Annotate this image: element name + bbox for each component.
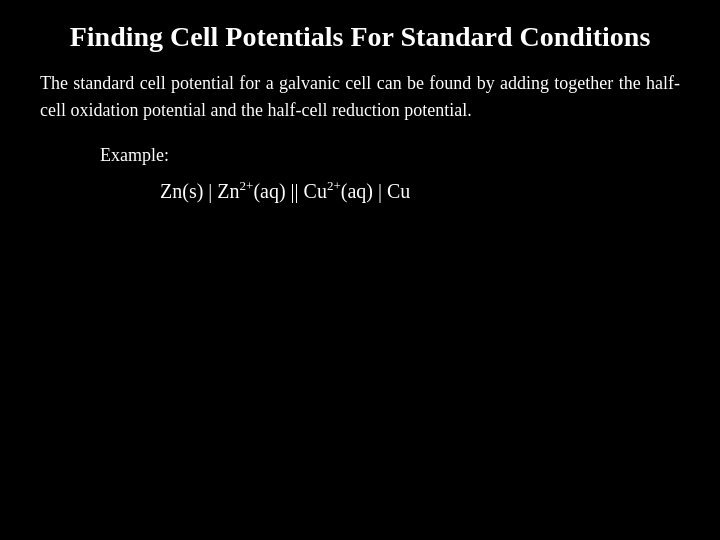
body-paragraph: The standard cell potential for a galvan… [40,70,680,126]
equation-part1: Zn(s) | Zn [160,180,240,202]
equation-part3: (aq) | Cu [341,180,411,202]
equation-sup2: 2+ [327,178,341,193]
equation-part2: (aq) || Cu [253,180,327,202]
example-label: Example: [100,145,680,166]
page-title: Finding Cell Potentials For Standard Con… [40,20,680,54]
equation: Zn(s) | Zn2+(aq) || Cu2+(aq) | Cu [160,178,680,203]
page-container: Finding Cell Potentials For Standard Con… [0,0,720,540]
equation-sup1: 2+ [240,178,254,193]
